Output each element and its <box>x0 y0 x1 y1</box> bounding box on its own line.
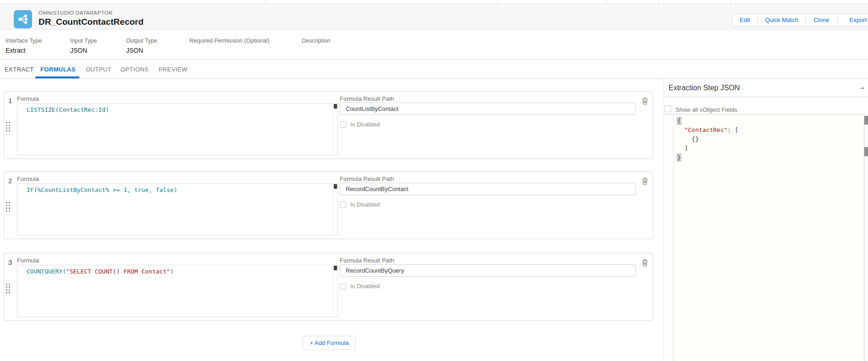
tab-preview[interactable]: PREVIEW <box>159 66 188 73</box>
input-type-value: JSON <box>70 47 87 54</box>
is-disabled-label: Is Disabled <box>350 121 380 128</box>
show-all-sobject-fields-label: Show all sObject Fields <box>675 106 737 113</box>
formula-result-path-value: CountListByContact <box>340 103 636 115</box>
tab-extract[interactable]: EXTRACT <box>5 66 33 73</box>
formula-result-path-value: RecordCountByContact <box>340 183 636 195</box>
editor-scrollbar[interactable] <box>333 184 337 235</box>
is-disabled-row: Is Disabled <box>340 200 380 208</box>
formula-result-path-label: Formula Result Path <box>340 95 394 102</box>
required-permission-label: Required Permission (Optional) <box>189 38 269 44</box>
is-disabled-checkbox[interactable] <box>340 283 346 290</box>
is-disabled-label: Is Disabled <box>350 201 380 208</box>
strip-divider <box>730 0 731 4</box>
formula-number: 2 <box>8 177 12 185</box>
tab-output[interactable]: OUTPUT <box>86 66 111 73</box>
panel-divider <box>663 79 664 361</box>
tab-bar: EXTRACT FORMULAS OUTPUT OPTIONS PREVIEW <box>0 60 868 79</box>
record-summary-row: Interface Type Extract Input Type JSON O… <box>0 30 868 60</box>
is-disabled-row: Is Disabled <box>340 282 380 290</box>
formula-label: Formula <box>17 257 39 264</box>
panel-scrollbar-thumb[interactable] <box>864 147 868 156</box>
json-line: } <box>677 153 864 162</box>
delete-formula-button[interactable] <box>641 177 649 186</box>
quick-match-button[interactable]: Quick Match <box>758 14 806 27</box>
clone-button[interactable]: Clone <box>806 14 838 27</box>
export-button[interactable]: Export <box>838 14 868 27</box>
json-line: ] <box>677 144 864 153</box>
formula-code: COUNTQUERY("SELECT COUNT() FROM Contact"… <box>17 265 337 275</box>
formula-code: LISTSIZE(ContactRec:Id) <box>17 104 337 113</box>
right-arrow-icon[interactable]: → <box>858 83 866 91</box>
panel-header-border <box>663 97 868 97</box>
formula-card: 3 Formula COUNTQUERY("SELECT COUNT() FRO… <box>4 253 653 321</box>
is-disabled-row: Is Disabled <box>340 120 380 128</box>
json-line: { <box>677 116 864 126</box>
output-type-label: Output Type <box>126 38 157 44</box>
trash-icon <box>641 177 648 185</box>
formula-label: Formula <box>17 95 39 102</box>
editor-scrollbar-thumb[interactable] <box>334 266 337 270</box>
trash-icon <box>641 97 648 105</box>
add-formula-button[interactable]: + Add Formula <box>303 336 356 350</box>
edit-button[interactable]: Edit <box>732 14 758 27</box>
page-header: OMNISTUDIO DATARAPTOR DR_CountContactRec… <box>0 4 868 29</box>
formula-card: 1 Formula LISTSIZE(ContactRec:Id) Formul… <box>4 91 653 159</box>
drag-handle[interactable] <box>6 122 10 131</box>
strip-divider <box>265 0 266 4</box>
formula-number: 3 <box>8 258 12 266</box>
dataraptor-icon <box>14 10 32 28</box>
active-tab-underline <box>35 77 79 78</box>
output-type-value: JSON <box>126 47 143 54</box>
extraction-json-code[interactable]: { "ContactRec": [ {} ] } <box>673 115 864 361</box>
json-panel-title: Extraction Step JSON <box>669 84 740 92</box>
json-line: {} <box>677 135 864 144</box>
formula-editor[interactable]: LISTSIZE(ContactRec:Id) <box>17 103 338 155</box>
interface-type-label: Interface Type <box>6 38 42 44</box>
json-line: "ContactRec": [ <box>677 126 864 135</box>
is-disabled-checkbox[interactable] <box>340 121 346 128</box>
entity-type-label: OMNISTUDIO DATARAPTOR <box>39 10 113 16</box>
hierarchy-icon <box>17 13 29 25</box>
editor-scrollbar-thumb[interactable] <box>334 104 337 109</box>
strip-divider <box>658 0 659 4</box>
description-label: Description <box>302 38 331 44</box>
trash-icon <box>641 259 648 267</box>
editor-scrollbar[interactable] <box>333 265 337 317</box>
panel-scrollbar-thumb[interactable] <box>864 116 868 125</box>
strip-divider <box>606 0 607 4</box>
formula-number: 1 <box>8 97 12 104</box>
delete-formula-button[interactable] <box>641 97 649 106</box>
is-disabled-label: Is Disabled <box>350 283 380 290</box>
drag-handle[interactable] <box>6 202 10 212</box>
formula-result-path-input[interactable]: CountListByContact <box>340 103 636 115</box>
input-type-label: Input Type <box>70 38 97 44</box>
drag-handle[interactable] <box>6 284 10 293</box>
show-all-sobject-fields-checkbox[interactable] <box>664 105 671 112</box>
formula-result-path-input[interactable]: RecordCountByContact <box>340 183 636 195</box>
top-edge-strip <box>0 0 868 4</box>
delete-formula-button[interactable] <box>641 259 649 268</box>
page-title: DR_CountContactRecord <box>39 17 144 27</box>
formula-result-path-value: RecordCountByQuery <box>340 265 636 276</box>
editor-scrollbar-thumb[interactable] <box>334 184 337 189</box>
formula-code: IF(%CountListByContact% >= 1, true, fals… <box>17 184 337 193</box>
formula-result-path-label: Formula Result Path <box>340 175 394 182</box>
formula-result-path-input[interactable]: RecordCountByQuery <box>340 264 636 277</box>
formula-editor[interactable]: IF(%CountListByContact% >= 1, true, fals… <box>17 183 338 235</box>
header-action-buttons: Edit Quick Match Clone Export <box>732 14 868 27</box>
formula-label: Formula <box>17 175 39 182</box>
strip-divider <box>498 0 498 4</box>
interface-type-value: Extract <box>6 47 26 54</box>
tab-formulas[interactable]: FORMULAS <box>40 66 76 73</box>
formula-card: 2 Formula IF(%CountListByContact% >= 1, … <box>4 171 653 239</box>
is-disabled-checkbox[interactable] <box>340 202 346 208</box>
formula-result-path-label: Formula Result Path <box>340 257 394 264</box>
editor-scrollbar[interactable] <box>333 104 337 155</box>
formula-editor[interactable]: COUNTQUERY("SELECT COUNT() FROM Contact"… <box>17 265 338 317</box>
tab-options[interactable]: OPTIONS <box>121 66 149 73</box>
